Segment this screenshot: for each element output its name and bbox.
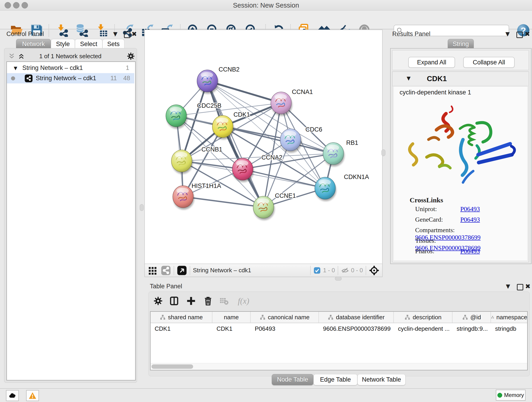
network-node (166, 105, 187, 128)
birds-eye-view-button[interactable] (369, 265, 380, 276)
node-table: shared name name canonical name database… (150, 311, 528, 370)
node-label: CCNE1 (275, 192, 296, 199)
protein-entry-header[interactable]: ▼ CDK1 (393, 72, 528, 86)
warning-icon (28, 391, 37, 400)
network-node (323, 143, 344, 166)
results-panel-close-button[interactable]: ✖ (525, 30, 530, 38)
node-label: CCNA1 (292, 89, 313, 95)
collection-collapse-icon[interactable]: ▼ (14, 65, 17, 71)
import-network-file-icon (56, 24, 69, 37)
right-splitter-handle[interactable] (381, 149, 385, 156)
network-node (280, 129, 302, 153)
node-label: CCNB2 (219, 66, 240, 73)
table-settings-button[interactable] (152, 294, 165, 307)
table-row[interactable]: CDK1 CDK1 P06493 9606.ENSP00000378699 cy… (151, 323, 527, 334)
network-collection-row[interactable]: ▼ String Network – cdk1 1 (7, 63, 134, 73)
results-panel-title: Results Panel (392, 31, 431, 38)
node-label: CDC25B (197, 102, 222, 109)
uniprot-link[interactable]: P06493 (460, 205, 480, 212)
tab-node-table[interactable]: Node Table (272, 374, 313, 385)
toolbar-separator (338, 266, 338, 275)
plus-icon (186, 296, 196, 306)
expand-all-button[interactable]: Expand All (408, 57, 455, 68)
tab-select[interactable]: Select (75, 39, 102, 49)
tab-string-results[interactable]: String (448, 39, 474, 49)
hidden-items-eye-icon (341, 266, 349, 274)
cloud-status-button[interactable] (6, 390, 19, 401)
crosslink-row: Pharos: P06493 (415, 248, 525, 258)
horizontal-splitter-handle[interactable] (335, 277, 342, 281)
import-network-database-button[interactable] (75, 23, 89, 38)
network-canvas[interactable]: CCNB2CCNA1CDC25BCDK1CDC6RB1CCNB1CCNA2CDK… (145, 30, 382, 264)
table-panel-menu-button[interactable]: ▼ (506, 283, 510, 289)
column-header-canonical-name[interactable]: canonical name (251, 312, 319, 323)
tab-network[interactable]: Network (16, 39, 51, 49)
tab-style[interactable]: Style (51, 39, 75, 49)
column-header-name[interactable]: name (212, 312, 251, 323)
import-table-button[interactable] (95, 23, 109, 38)
toolbar-separator (49, 24, 49, 37)
crosslink-row: GeneCard: P06493 (415, 216, 525, 226)
gear-icon (153, 296, 163, 306)
column-header-namespace[interactable]: namespace (491, 312, 527, 323)
control-panel-menu-button[interactable]: ▼ (113, 31, 117, 37)
open-view-in-window-button[interactable] (177, 265, 187, 275)
tab-sets[interactable]: Sets (102, 39, 124, 49)
cloud-icon (8, 391, 17, 400)
tab-edge-table[interactable]: Edge Table (313, 374, 357, 385)
network-row-selected[interactable]: String Network – cdk1 11 48 (7, 73, 134, 83)
network-view-toolbar: String Network – cdk1 1 - 0 0 - 0 (145, 264, 382, 277)
network-node (271, 92, 292, 116)
network-view-title: String Network – cdk1 (193, 267, 251, 274)
genecard-link[interactable]: P06493 (460, 216, 480, 223)
import-network-file-button[interactable] (55, 23, 70, 38)
title-bar: Session: New Session (0, 0, 532, 11)
network-view-panel: CCNB2CCNA1CDC25BCDK1CDC6RB1CCNB1CCNA2CDK… (144, 30, 383, 277)
scrollbar-thumb[interactable] (152, 364, 193, 369)
view-grid-button[interactable] (148, 266, 157, 275)
column-header-description[interactable]: description (394, 312, 452, 323)
control-panel-close-button[interactable]: ✖ (132, 30, 137, 38)
import-table-icon (95, 24, 109, 37)
collapse-all-button[interactable]: Collapse All (463, 57, 515, 68)
results-panel-menu-button[interactable]: ▼ (505, 31, 510, 37)
network-selection-summary: 1 of 1 Network selected (6, 53, 135, 60)
left-splitter-handle[interactable] (140, 204, 144, 211)
network-options-gear-icon[interactable] (127, 52, 135, 61)
column-header-shared-name[interactable]: shared name (151, 312, 212, 323)
fx-icon: f(x) (238, 296, 249, 306)
node-layer (166, 70, 344, 220)
network-edge-count: 48 (123, 75, 130, 82)
table-panel-close-button[interactable]: ✖ (525, 283, 530, 290)
show-columns-button[interactable] (168, 294, 181, 307)
table-horizontal-scrollbar[interactable] (151, 363, 527, 370)
column-header-id[interactable]: @id (452, 312, 491, 323)
warnings-button[interactable] (26, 390, 39, 401)
toolbar-separator (174, 266, 174, 275)
string-view-badge-icon[interactable] (161, 265, 171, 275)
shared-column-icon (260, 314, 266, 320)
window-title: Session: New Session (0, 2, 532, 9)
column-header-database-identifier[interactable]: database identifier (319, 312, 394, 323)
shared-column-icon (462, 314, 468, 320)
network-tree: ▼ String Network – cdk1 1 String Network… (6, 61, 136, 380)
node-label: CDKN1A (344, 173, 369, 180)
entry-collapse-icon[interactable]: ▼ (407, 75, 411, 81)
control-panel-float-button[interactable] (124, 32, 130, 39)
node-label: HIST1H1A (191, 182, 221, 189)
crosslinks-title: CrossLinks (410, 196, 443, 204)
network-edge (183, 197, 264, 207)
protein-description: cyclin-dependent kinase 1 (399, 89, 471, 96)
pharos-link[interactable]: P06493 (460, 248, 480, 255)
selected-nodes-checkbox[interactable] (313, 267, 321, 274)
create-column-button[interactable] (185, 294, 197, 307)
import-database-icon (75, 24, 89, 37)
shared-column-icon (491, 314, 494, 320)
table-panel-float-button[interactable] (517, 284, 523, 291)
delete-columns-button[interactable] (202, 294, 215, 307)
memory-button[interactable]: Memory (496, 390, 526, 401)
table-panel-title: Table Panel (150, 283, 182, 290)
results-panel-float-button[interactable] (516, 32, 523, 39)
tab-network-table[interactable]: Network Table (357, 374, 405, 385)
network-node-count: 11 (110, 75, 117, 82)
